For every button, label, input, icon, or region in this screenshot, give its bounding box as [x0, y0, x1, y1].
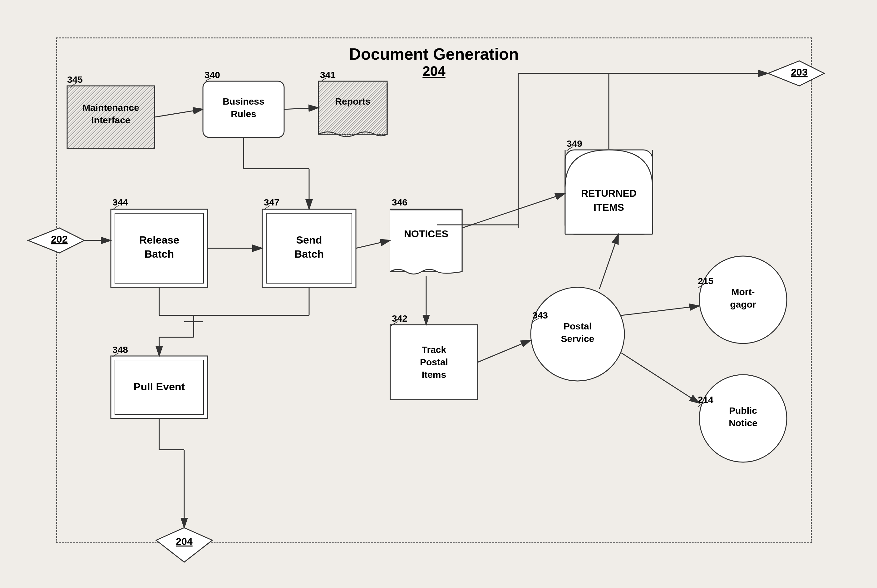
diagram-title: Document Generation	[349, 45, 519, 63]
main-box: Document Generation 204	[56, 38, 812, 543]
diagram-container: Document Generation 204 202 203 204	[19, 12, 856, 574]
diagram-subtitle: 204	[423, 63, 445, 79]
